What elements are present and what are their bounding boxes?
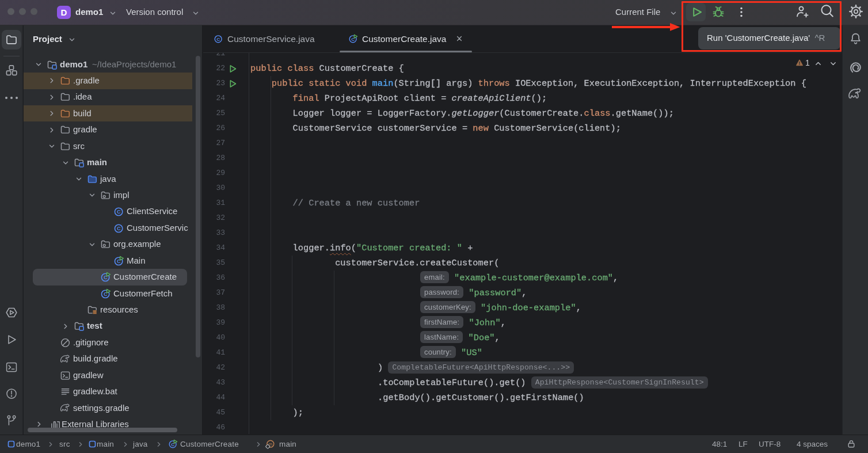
svg-text:C: C (216, 36, 220, 41)
svg-text:C: C (117, 209, 121, 215)
svg-text:C: C (117, 226, 121, 231)
